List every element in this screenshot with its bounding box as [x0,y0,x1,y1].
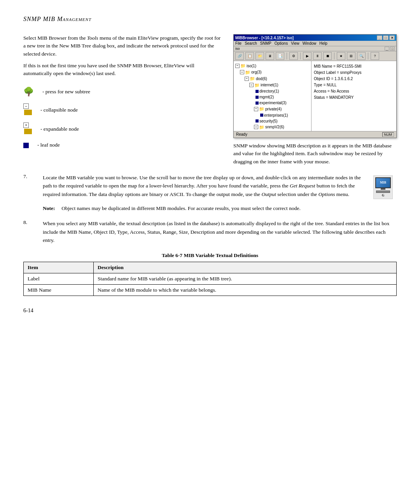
toolbar-separator-4 [368,52,368,60]
tree-item-snmpdomains[interactable]: snmpDomains(1) [235,130,310,131]
intro-paragraph-2: If this is not the first time you have u… [23,62,222,78]
tree-item-directory[interactable]: directory(1) [235,88,310,94]
minus-folder-icon: − [23,103,32,117]
plus-folder-icon: + [23,122,32,136]
computer-icon: MIB G [373,175,393,199]
inner-minimize-button[interactable]: _ [385,47,389,51]
menu-view[interactable]: View [291,41,299,46]
status-text: Ready [236,132,247,137]
page-title: SNMP MIB Management [23,16,397,23]
toolbar-btn-5[interactable]: 📑 [276,52,284,60]
toolbar-btn-stop[interactable]: ⏹ [323,52,332,60]
mib-tree-panel[interactable]: − 📁 iso(1) − 📁 org(3) − 📁 dod(6) [234,61,312,131]
step-7-number: 7. [23,173,35,180]
mib-definitions-table: Item Description Label Standard name for… [23,262,397,296]
tree-icon: 🌳 [23,85,34,98]
menu-help[interactable]: Help [319,41,327,46]
keyboard-shape [376,191,390,193]
menu-window[interactable]: Window [303,41,317,46]
legend-label-expandable: - expandable node [40,125,79,133]
tree-item-internet[interactable]: − 📁 internet(1) [235,82,310,89]
toolbar-btn-grid[interactable]: ⊞ [347,52,355,60]
table-header-row: Item Description [24,262,397,273]
mib-menubar[interactable]: File Search SNMP Options View Window Hel… [234,41,396,46]
step-7-icon-area: MIB G [369,173,397,199]
legend-item-leaf: - leaf node [23,141,222,149]
toolbar-btn-pause[interactable]: ⏸ [313,52,322,60]
tree-item-security[interactable]: security(5) [235,118,310,124]
mib-statusbar: Ready NUM [234,131,396,138]
toolbar-separator-3 [334,52,334,60]
tree-item-org[interactable]: − 📁 org(3) [235,69,310,76]
table-section: Table 6-7 MIB Variable Textual Definitio… [23,252,397,296]
folder-icon-private: 📁 [259,106,264,112]
mib-browser-window[interactable]: MIBBrowser - [<10.2.4.157> iso] _ □ ✕ Fi… [233,34,397,138]
tree-item-mgmt[interactable]: mgmt(2) [235,94,310,100]
tree-item-enterprises[interactable]: enterprises(1) [235,112,310,118]
col-header-item: Item [24,262,94,273]
tree-label-org: org(3) [251,69,262,75]
toolbar-btn-play[interactable]: ▶ [303,52,312,60]
tree-label-snmpdomains: snmpDomains(1) [264,130,294,131]
screenshot-container: MIBBrowser - [<10.2.4.157> iso] _ □ ✕ Fi… [233,34,397,166]
toolbar-btn-star[interactable]: ★ [337,52,345,60]
table-cell-label-item: Label [24,273,94,284]
menu-options[interactable]: Options [275,41,288,46]
tree-label-snmpv2: snmpV2(6) [265,124,284,130]
table-cell-label-desc: Standard name for MIB variable (as appea… [94,273,397,284]
step-8-text: When you select any MIB variable, the te… [43,219,397,245]
step-8-number: 8. [23,219,35,226]
screenshot-caption: SNMP window showing MIB description as i… [233,142,397,166]
legend: 🌳 - press for new subtree − - collapsibl… [23,85,222,149]
col-header-description: Description [94,262,397,273]
intro-text: Select MIB Browser from the Tools menu o… [23,34,222,166]
tree-label-experimental: experimental(3) [259,100,286,106]
toolbar-btn-6[interactable]: ⚙ [289,52,298,60]
mib-toolbar: 🔗 📋 📁 🖥 📑 ⚙ ▶ ⏸ ⏹ ★ ⊞ 🔍 ? [234,51,396,61]
mib-info-panel: MIB Name = RFC1155-SMI Object Label = sn… [312,61,396,131]
tree-label-dod: dod(6) [256,76,267,82]
icon-letter: G [382,194,384,197]
note-text: Object names may be duplicated in differ… [59,204,300,213]
toolbar-separator-1 [287,52,287,60]
status-num: NUM [382,132,394,137]
close-button[interactable]: ✕ [389,35,395,40]
info-line-2: Object Label = snmpProxys [314,70,394,76]
tree-label-internet: internet(1) [261,82,278,88]
minimize-button[interactable]: _ [377,35,382,40]
step-7-text: Locate the MIB variable you want to brow… [43,173,362,199]
maximize-button[interactable]: □ [383,35,388,40]
tree-label-iso: iso(1) [247,63,256,69]
toolbar-btn-3[interactable]: 📁 [256,52,264,60]
menu-file[interactable]: File [235,41,242,46]
note-label: Note: [43,204,55,213]
toolbar-btn-2[interactable]: 📋 [245,52,254,60]
menu-search[interactable]: Search [245,41,257,46]
legend-item-expandable: + - expandable node [23,122,222,136]
inner-maximize-button[interactable]: □ [390,47,395,51]
monitor-display: MIB [375,177,391,188]
folder-icon-dod: 📁 [250,75,255,82]
step-7-container: 7. Locate the MIB variable you want to b… [23,173,397,212]
legend-item-collapsible: − - collapsible node [23,103,222,117]
toolbar-btn-search[interactable]: 🔍 [357,52,366,60]
toolbar-separator-2 [300,52,301,60]
step-7-content: Locate the MIB variable you want to brow… [43,173,362,212]
tree-item-experimental[interactable]: experimental(3) [235,100,310,106]
tree-item-dod[interactable]: − 📁 dod(6) [235,75,310,82]
step-7-note: Note: Object names may be duplicated in … [43,204,362,213]
toolbar-btn-4[interactable]: 🖥 [266,52,274,60]
tree-label-private: private(4) [265,106,282,112]
tree-item-private[interactable]: − 📁 private(4) [235,106,310,112]
body-section: 7. Locate the MIB variable you want to b… [23,173,397,296]
menu-snmp[interactable]: SNMP [260,41,271,46]
legend-label-leaf: - leaf node [37,141,60,149]
tree-item-iso[interactable]: − 📁 iso(1) [235,63,310,69]
toolbar-btn-1[interactable]: 🔗 [235,52,244,60]
tree-item-snmpv2[interactable]: − 📁 snmpV2(6) [235,124,310,131]
leaf-icon [23,141,29,149]
mib-titlebar: MIBBrowser - [<10.2.4.157> iso] _ □ ✕ [234,35,396,41]
tree-label-directory: directory(1) [259,88,279,94]
table-cell-mibname-item: MIB Name [24,284,94,296]
toolbar-btn-help[interactable]: ? [371,52,379,60]
